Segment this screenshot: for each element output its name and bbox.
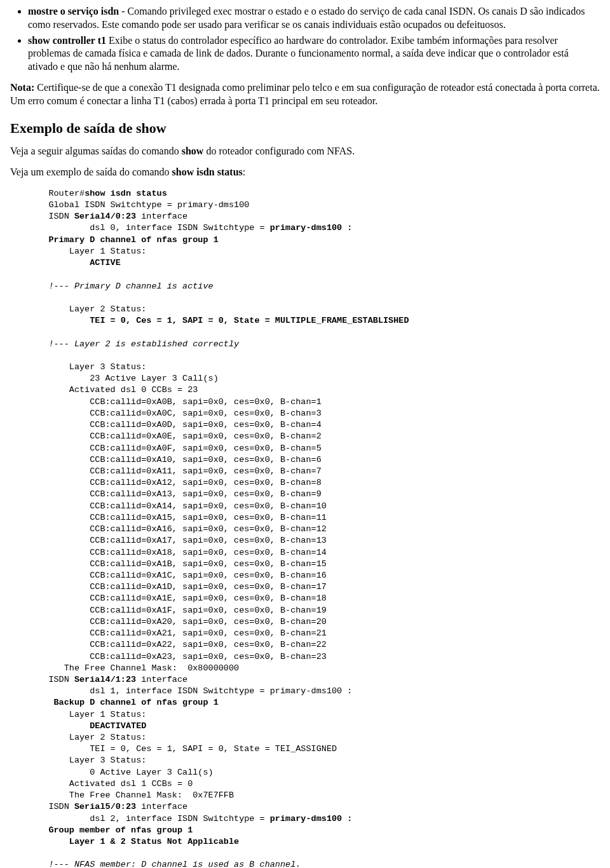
code-comment: !--- Layer 2 is established correctly xyxy=(28,339,239,349)
code-block: Router#show isdn status Global ISDN Swit… xyxy=(28,188,600,868)
para-text: do roteador configurado com NFAS. xyxy=(203,146,355,156)
para-text: Veja um exemplo de saída do comando xyxy=(10,166,172,177)
para-text: : xyxy=(243,166,245,177)
note-paragraph: Nota: Certifique-se de que a conexão T1 … xyxy=(10,81,600,108)
code-comment: !--- NFAS member: D channel is used as B… xyxy=(28,860,301,868)
note-text: Certifique-se de que a conexão T1 design… xyxy=(10,82,600,106)
paragraph: Veja a seguir algumas saídas do comando … xyxy=(10,145,600,158)
paragraph: Veja um exemplo de saída do comando show… xyxy=(10,166,600,179)
bullet-item: mostre o serviço isdn - Comando privileg… xyxy=(28,5,600,32)
bullet-text: Exibe o status do controlador específico… xyxy=(28,35,569,72)
para-bold: show xyxy=(182,146,204,156)
bullet-bold: mostre o serviço isdn xyxy=(28,6,119,17)
section-heading: Exemplo de saída de show xyxy=(10,119,600,138)
bullet-list: mostre o serviço isdn - Comando privileg… xyxy=(10,5,600,74)
note-label: Nota: xyxy=(10,82,34,93)
para-bold: show isdn status xyxy=(172,166,243,177)
bullet-item: show controller t1 Exibe o status do con… xyxy=(28,34,600,74)
para-text: Veja a seguir algumas saídas do comando xyxy=(10,146,182,156)
code-comment: !--- Primary D channel is active xyxy=(28,281,214,291)
bullet-bold: show controller t1 xyxy=(28,35,106,46)
